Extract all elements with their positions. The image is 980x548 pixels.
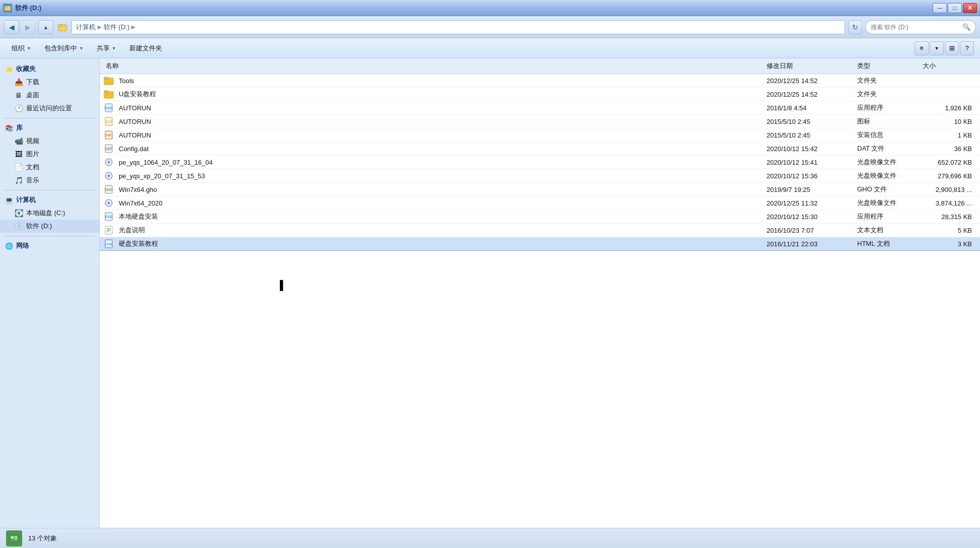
file-icon: [104, 171, 114, 181]
file-type: 光盘映像文件: [855, 171, 921, 180]
table-row[interactable]: EXE AUTORUN 2016/1/8 4:54 应用程序 1,926 KB: [100, 101, 980, 115]
table-row[interactable]: ICO AUTORUN 2015/5/10 2:45 图标 10 KB: [100, 115, 980, 128]
file-icon: [104, 89, 114, 99]
view-buttons: ≡ ▼ ⊞ ?: [915, 41, 974, 55]
svg-text:EXE: EXE: [105, 215, 113, 219]
sidebar-item-music[interactable]: 🎵 音乐: [0, 174, 99, 187]
back-button[interactable]: ◀: [4, 20, 19, 34]
svg-rect-7: [104, 91, 108, 93]
document-icon: 📄: [14, 163, 23, 171]
sidebar: ⭐ 收藏夹 📥 下载 🖥 桌面 🕐 最近访问的位置 📚 库: [0, 58, 100, 528]
sidebar-library-header[interactable]: 📚 库: [0, 121, 99, 134]
file-name: pe_yqs_xp_20_07_31_15_53: [117, 172, 207, 180]
video-icon: 📹: [14, 137, 23, 145]
file-size: 28,315 KB: [921, 213, 976, 221]
breadcrumb-bar: 计算机 ▶ 软件 (D:) ▶: [71, 20, 845, 34]
sidebar-item-drive-d[interactable]: 💿 软件 (D:): [0, 220, 99, 233]
svg-text:INF: INF: [106, 133, 111, 137]
file-icon: DAT: [104, 144, 114, 154]
search-icon: 🔍: [962, 23, 970, 31]
file-type: 文件夹: [855, 76, 921, 85]
file-type: 光盘映像文件: [855, 158, 921, 167]
toolbar: 组织 ▼ 包含到库中 ▼ 共享 ▼ 新建文件夹 ≡ ▼ ⊞ ?: [0, 38, 980, 58]
sidebar-favorites-section: ⭐ 收藏夹 📥 下载 🖥 桌面 🕐 最近访问的位置: [0, 62, 99, 115]
file-name: AUTORUN: [117, 131, 153, 139]
desktop-icon: 🖥: [14, 91, 23, 99]
svg-text:ICO: ICO: [106, 120, 112, 123]
svg-rect-34: [15, 536, 17, 537]
col-modified-header[interactable]: 修改日期: [765, 60, 855, 72]
table-row[interactable]: U盘安装教程 2020/12/25 14:52 文件夹: [100, 88, 980, 101]
file-modified: 2020/12/25 11:32: [765, 199, 855, 207]
col-name-header[interactable]: 名称: [104, 60, 765, 72]
col-type-header[interactable]: 类型: [855, 60, 921, 72]
search-input[interactable]: [871, 24, 959, 31]
forward-button[interactable]: ▶: [20, 20, 35, 34]
file-name: Win7x64.gho: [117, 186, 159, 193]
breadcrumb-end: ▶: [131, 24, 135, 30]
status-count: 13 个对象: [28, 534, 57, 543]
table-row[interactable]: Win7x64_2020 2020/12/25 11:32 光盘映像文件 3,8…: [100, 196, 980, 210]
organize-button[interactable]: 组织 ▼: [6, 41, 37, 55]
sidebar-computer-header[interactable]: 💻 计算机: [0, 193, 99, 207]
file-modified: 2016/10/23 7:07: [765, 227, 855, 234]
file-name: AUTORUN: [117, 118, 153, 125]
refresh-button[interactable]: ↻: [848, 20, 862, 34]
svg-text:EXE: EXE: [105, 106, 113, 110]
table-row[interactable]: DAT Config.dat 2020/10/12 15:42 DAT 文件 3…: [100, 142, 980, 156]
sidebar-network-section: 🌐 网络: [0, 239, 99, 252]
address-bar: ◀ ▶ ▲ 计算机 ▶ 软件 (D:) ▶ ↻ 🔍: [0, 16, 980, 38]
file-size: 279,696 KB: [921, 172, 976, 180]
svg-rect-3: [58, 25, 62, 27]
col-size-header[interactable]: 大小: [921, 60, 976, 72]
sidebar-favorites-header[interactable]: ⭐ 收藏夹: [0, 62, 99, 76]
explorer-icon: [3, 4, 12, 13]
svg-rect-35: [15, 538, 17, 539]
file-size: 3 KB: [921, 240, 976, 248]
breadcrumb-computer[interactable]: 计算机: [76, 23, 96, 32]
table-row[interactable]: 光盘说明 2016/10/23 7:07 文本文档 5 KB: [100, 224, 980, 237]
sidebar-item-downloads[interactable]: 📥 下载: [0, 76, 99, 89]
help-button[interactable]: ?: [960, 41, 974, 55]
table-row[interactable]: pe_yqs_xp_20_07_31_15_53 2020/10/12 15:3…: [100, 169, 980, 183]
sidebar-item-documents[interactable]: 📄 文档: [0, 161, 99, 174]
minimize-button[interactable]: ─: [933, 3, 947, 13]
view-list-button[interactable]: ≡: [915, 41, 929, 55]
include-library-button[interactable]: 包含到库中 ▼: [39, 41, 89, 55]
table-row[interactable]: Tools 2020/12/25 14:52 文件夹: [100, 74, 980, 88]
sidebar-item-drive-c[interactable]: 💽 本地磁盘 (C:): [0, 207, 99, 220]
share-button[interactable]: 共享 ▼: [91, 41, 122, 55]
maximize-button[interactable]: □: [948, 3, 962, 13]
table-row[interactable]: GHO Win7x64.gho 2019/9/7 19:25 GHO 文件 2,…: [100, 183, 980, 196]
svg-text:GHO: GHO: [105, 188, 113, 191]
sidebar-network-header[interactable]: 🌐 网络: [0, 239, 99, 252]
location-icon: [56, 21, 68, 33]
file-name: Tools: [117, 77, 136, 85]
file-type: 安装信息: [855, 130, 921, 140]
sidebar-item-desktop[interactable]: 🖥 桌面: [0, 89, 99, 102]
up-button[interactable]: ▲: [38, 20, 53, 34]
breadcrumb-drive[interactable]: 软件 (D:): [104, 23, 129, 32]
file-type: GHO 文件: [855, 185, 921, 194]
sidebar-item-video[interactable]: 📹 视频: [0, 134, 99, 148]
table-row[interactable]: EXE 本地硬盘安装 2020/10/12 15:30 应用程序 28,315 …: [100, 210, 980, 224]
table-row[interactable]: HTML 硬盘安装教程 2016/11/21 22:03 HTML 文档 3 K…: [100, 237, 980, 251]
organize-dropdown-icon: ▼: [27, 46, 31, 51]
close-button[interactable]: ✕: [963, 3, 977, 13]
search-box: 🔍: [865, 20, 976, 34]
view-details-button[interactable]: ⊞: [945, 41, 959, 55]
table-row[interactable]: INF AUTORUN 2015/5/10 2:45 安装信息 1 KB: [100, 128, 980, 142]
view-dropdown-button[interactable]: ▼: [930, 41, 944, 55]
file-size: 2,900,813 ...: [921, 186, 976, 193]
table-row[interactable]: pe_yqs_1064_20_07_31_16_04 2020/10/12 15…: [100, 156, 980, 169]
new-folder-button[interactable]: 新建文件夹: [124, 41, 168, 55]
file-modified: 2020/12/25 14:52: [765, 77, 855, 85]
file-modified: 2020/10/12 15:36: [765, 172, 855, 180]
recent-icon: 🕐: [14, 104, 23, 112]
sidebar-divider-1: [4, 118, 95, 118]
breadcrumb-sep1: ▶: [98, 24, 102, 30]
file-size: 652,072 KB: [921, 159, 976, 166]
sidebar-item-pictures[interactable]: 🖼 图片: [0, 148, 99, 161]
drive-d-icon: 💿: [14, 222, 23, 230]
sidebar-item-recent[interactable]: 🕐 最近访问的位置: [0, 102, 99, 115]
